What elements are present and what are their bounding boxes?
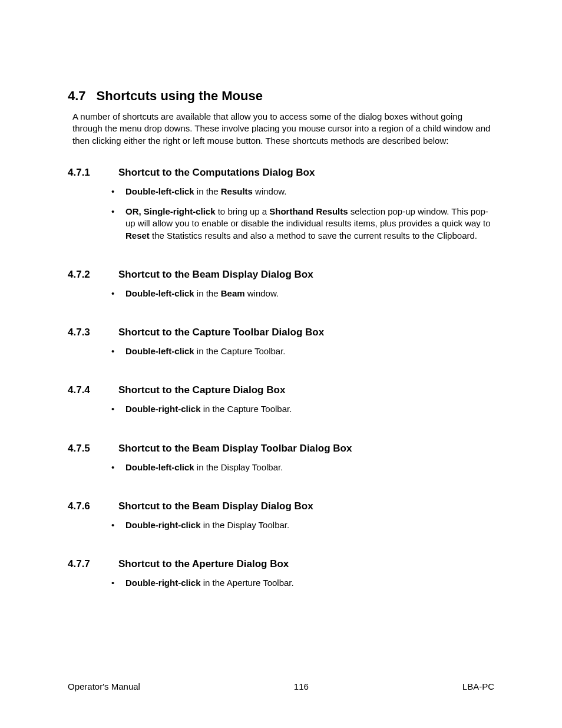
list-item: Double-right-click in the Display Toolba… (107, 519, 494, 531)
text-run: Double-right-click (125, 520, 201, 530)
text-run: OR, Single-right-click (125, 206, 216, 216)
bullet-list: Double-left-click in the Display Toolbar… (107, 462, 494, 473)
subsection-title: Shortcut to the Capture Dialog Box (118, 384, 285, 396)
main-heading: 4.7 Shortcuts using the Mouse (68, 88, 494, 104)
section: 4.7.6Shortcut to the Beam Display Dialog… (68, 500, 494, 531)
text-run: in the Capture Toolbar. (201, 404, 292, 414)
text-run: in the Display Toolbar. (201, 520, 290, 530)
subsection-heading: 4.7.5Shortcut to the Beam Display Toolba… (68, 443, 494, 454)
subsection-heading: 4.7.6Shortcut to the Beam Display Dialog… (68, 500, 494, 512)
bullet-list: Double-right-click in the Display Toolba… (107, 519, 494, 531)
heading-title: Shortcuts using the Mouse (97, 88, 263, 104)
text-run: window. (245, 288, 279, 298)
list-item: Double-left-click in the Results window. (107, 186, 494, 197)
subsection-heading: 4.7.4Shortcut to the Capture Dialog Box (68, 384, 494, 396)
page-content: 4.7 Shortcuts using the Mouse A number o… (0, 0, 562, 589)
text-run: Double-left-click (125, 288, 194, 298)
bullet-list: Double-right-click in the Capture Toolba… (107, 403, 494, 415)
text-run: Beam (221, 288, 245, 298)
text-run: window. (253, 186, 287, 196)
text-run: in the (194, 186, 221, 196)
text-run: Results (221, 186, 253, 196)
subsection-number: 4.7.4 (68, 384, 118, 396)
subsection-number: 4.7.6 (68, 500, 118, 512)
list-item: Double-right-click in the Aperture Toolb… (107, 577, 494, 589)
section: 4.7.4Shortcut to the Capture Dialog BoxD… (68, 384, 494, 415)
section: 4.7.3Shortcut to the Capture Toolbar Dia… (68, 327, 494, 357)
subsection-title: Shortcut to the Beam Display Dialog Box (118, 500, 313, 512)
subsection-number: 4.7.7 (68, 558, 118, 570)
text-run: in the Aperture Toolbar. (201, 578, 294, 588)
subsection-title: Shortcut to the Beam Display Dialog Box (118, 269, 313, 281)
subsection-number: 4.7.3 (68, 327, 118, 338)
subsection-heading: 4.7.2Shortcut to the Beam Display Dialog… (68, 269, 494, 281)
subsection-heading: 4.7.7Shortcut to the Aperture Dialog Box (68, 558, 494, 570)
subsection-title: Shortcut to the Aperture Dialog Box (118, 558, 289, 570)
subsection-heading: 4.7.1Shortcut to the Computations Dialog… (68, 167, 494, 179)
text-run: Double-left-click (125, 346, 194, 356)
subsection-number: 4.7.5 (68, 443, 118, 454)
sections-container: 4.7.1Shortcut to the Computations Dialog… (68, 167, 494, 589)
list-item: Double-left-click in the Beam window. (107, 288, 494, 299)
footer-page-number: 116 (294, 681, 309, 691)
footer-right: LBA-PC (462, 681, 494, 691)
text-run: Double-right-click (125, 404, 201, 414)
list-item: Double-right-click in the Capture Toolba… (107, 403, 494, 415)
subsection-number: 4.7.2 (68, 269, 118, 281)
text-run: Double-left-click (125, 462, 194, 472)
subsection-number: 4.7.1 (68, 167, 118, 179)
section: 4.7.2Shortcut to the Beam Display Dialog… (68, 269, 494, 299)
bullet-list: Double-left-click in the Beam window. (107, 288, 494, 299)
text-run: Reset (125, 230, 150, 241)
list-item: Double-left-click in the Capture Toolbar… (107, 345, 494, 357)
list-item: OR, Single-right-click to bring up a Sho… (107, 206, 494, 242)
subsection-title: Shortcut to the Capture Toolbar Dialog B… (118, 327, 324, 338)
text-run: in the Display Toolbar. (194, 462, 283, 472)
text-run: in the (194, 288, 221, 298)
bullet-list: Double-left-click in the Capture Toolbar… (107, 345, 494, 357)
section: 4.7.1Shortcut to the Computations Dialog… (68, 167, 494, 242)
text-run: in the Capture Toolbar. (194, 346, 286, 356)
list-item: Double-left-click in the Display Toolbar… (107, 462, 494, 473)
text-run: the Statistics results and also a method… (150, 230, 477, 241)
subsection-title: Shortcut to the Beam Display Toolbar Dia… (118, 443, 352, 454)
section: 4.7.5Shortcut to the Beam Display Toolba… (68, 443, 494, 473)
bullet-list: Double-right-click in the Aperture Toolb… (107, 577, 494, 589)
bullet-list: Double-left-click in the Results window.… (107, 186, 494, 242)
text-run: Double-right-click (125, 578, 201, 588)
section: 4.7.7Shortcut to the Aperture Dialog Box… (68, 558, 494, 589)
text-run: Double-left-click (125, 186, 194, 196)
subsection-heading: 4.7.3Shortcut to the Capture Toolbar Dia… (68, 327, 494, 338)
heading-number: 4.7 (68, 88, 86, 104)
footer-left: Operator's Manual (68, 681, 140, 691)
page-footer: Operator's Manual 116 LBA-PC (68, 681, 494, 691)
intro-paragraph: A number of shortcuts are available that… (72, 111, 494, 147)
text-run: to bring up a (216, 206, 270, 216)
text-run: Shorthand Results (269, 206, 348, 216)
subsection-title: Shortcut to the Computations Dialog Box (118, 167, 315, 179)
